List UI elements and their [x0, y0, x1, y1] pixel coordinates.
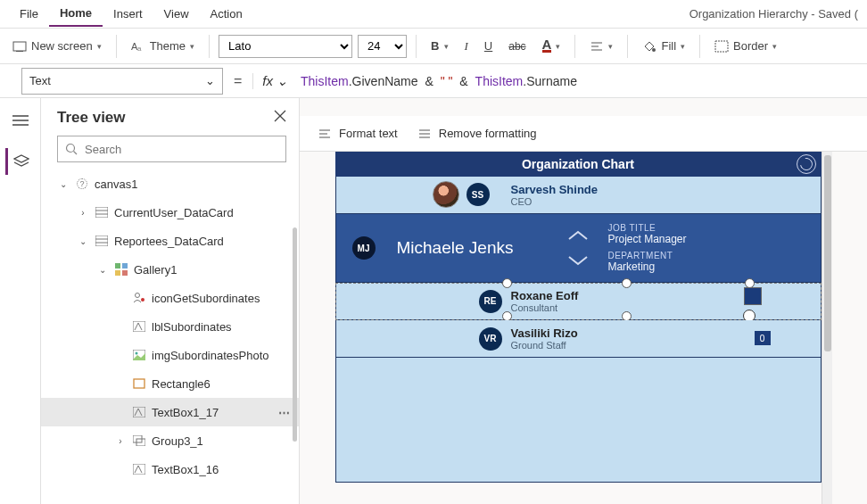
- new-screen-button[interactable]: New screen ▾: [7, 36, 107, 57]
- svg-rect-1: [16, 51, 23, 52]
- selection-handle[interactable]: [622, 278, 632, 288]
- remove-formatting-button[interactable]: Remove formatting: [417, 127, 537, 140]
- tree-node-gallery1[interactable]: ⌄ Gallery1: [41, 255, 299, 284]
- tree-search[interactable]: [57, 136, 286, 162]
- tree-view-button[interactable]: [5, 148, 32, 175]
- svg-rect-28: [133, 321, 145, 332]
- person-title: Consultant: [511, 302, 579, 313]
- underline-button[interactable]: U: [479, 36, 498, 56]
- chevron-up-icon[interactable]: [566, 229, 590, 242]
- font-color-icon: A: [542, 40, 552, 53]
- tree-scrollbar-thumb[interactable]: [293, 227, 297, 442]
- tree-node-group3-1[interactable]: › Group3_1: [41, 426, 299, 455]
- bold-icon: B: [431, 39, 439, 53]
- property-select[interactable]: Text ⌄: [21, 68, 223, 95]
- org-manager-row[interactable]: MJ Michaele Jenks JOB TITLE Project Mana…: [335, 214, 822, 283]
- svg-line-41: [138, 466, 142, 473]
- align-icon: [590, 39, 604, 54]
- document-title: Organization Hierarchy - Saved (: [689, 7, 858, 21]
- fill-button[interactable]: Fill ▾: [637, 36, 690, 57]
- strikethrough-button[interactable]: abc: [503, 37, 531, 56]
- tree-node-label: Gallery1: [134, 263, 177, 277]
- tree-list[interactable]: ⌄ ? canvas1 › CurrentUser_DataCard ⌄ Rep…: [41, 169, 299, 504]
- format-text-button[interactable]: Format text: [318, 127, 398, 140]
- fx-icon: fx: [262, 73, 273, 88]
- org-subordinate-row[interactable]: VR Vasiliki Rizo Ground Staff 0: [335, 320, 822, 358]
- font-color-button[interactable]: A ▾: [537, 37, 566, 56]
- refresh-icon[interactable]: [797, 154, 816, 174]
- theme-label: Theme: [150, 39, 186, 53]
- border-label: Border: [733, 39, 768, 53]
- chevron-down-icon[interactable]: [566, 254, 590, 267]
- chevron-down-icon: ▾: [681, 42, 685, 51]
- manager-name: Michaele Jenks: [397, 238, 514, 258]
- tree-node-icongetsubs[interactable]: iconGetSubordinates: [41, 284, 299, 312]
- left-rail: [0, 98, 41, 504]
- layers-icon: [13, 154, 29, 169]
- tree-search-input[interactable]: [85, 143, 278, 156]
- border-button[interactable]: Border ▾: [709, 36, 782, 57]
- format-text-label: Format text: [339, 127, 398, 140]
- collapse-icon[interactable]: ⌄: [77, 236, 89, 246]
- svg-rect-23: [122, 263, 128, 269]
- align-button[interactable]: ▾: [584, 36, 618, 57]
- gallery-icon: [114, 262, 128, 277]
- tree-node-rect6[interactable]: Rectangle6: [41, 369, 299, 398]
- svg-line-29: [135, 323, 138, 330]
- formula-input[interactable]: ThisItem.GivenName & " " & ThisItem.Surn…: [288, 74, 867, 88]
- avatar: [433, 181, 459, 208]
- close-tree-button[interactable]: [274, 110, 286, 126]
- selected-badge-box[interactable]: [744, 287, 762, 305]
- tree-node-lblsubs[interactable]: lblSubordinates: [41, 312, 299, 341]
- department-value: Marketing: [607, 260, 686, 273]
- menu-file[interactable]: File: [9, 2, 49, 26]
- tree-title: Tree view: [57, 109, 126, 127]
- expand-icon[interactable]: ›: [77, 208, 89, 218]
- selection-handle[interactable]: [502, 278, 512, 288]
- strike-icon: abc: [508, 40, 525, 53]
- menu-insert[interactable]: Insert: [103, 2, 153, 26]
- org-subordinate-row[interactable]: RE Roxane Eoff Consultant: [335, 283, 822, 320]
- label-icon: [132, 405, 146, 419]
- theme-button[interactable]: Aa Theme ▾: [126, 36, 200, 57]
- expand-icon[interactable]: ›: [114, 436, 127, 446]
- svg-rect-33: [134, 379, 144, 388]
- bold-button[interactable]: B▾: [425, 36, 453, 56]
- hamburger-button[interactable]: [7, 107, 34, 134]
- collapse-icon[interactable]: ⌄: [96, 265, 109, 275]
- more-icon[interactable]: ⋯: [278, 406, 292, 419]
- svg-line-35: [135, 409, 138, 416]
- canvas-scrollbar[interactable]: [822, 152, 832, 504]
- fx-button[interactable]: fx ⌄: [252, 73, 288, 89]
- person-name: Roxane Eoff: [511, 289, 579, 302]
- tree-node-imgsubs[interactable]: imgSubordinatesPhoto: [41, 341, 299, 369]
- svg-rect-0: [13, 42, 26, 51]
- nav-up-down[interactable]: [566, 229, 590, 267]
- menu-home[interactable]: Home: [49, 1, 103, 27]
- tree-node-reportees[interactable]: ⌄ Reportees_DataCard: [41, 227, 299, 255]
- gallery-empty-area[interactable]: [335, 358, 822, 483]
- tree-node-textbox1-16[interactable]: TextBox1_16: [41, 455, 299, 483]
- menu-view[interactable]: View: [153, 2, 200, 26]
- canvas-area: Format text Remove formatting Organizati…: [300, 98, 867, 504]
- tree-node-textbox1-17[interactable]: TextBox1_17 ⋯: [41, 398, 299, 426]
- font-size-select[interactable]: 24: [358, 35, 407, 58]
- svg-rect-19: [95, 235, 108, 246]
- close-icon: [274, 110, 286, 122]
- subordinate-count-badge: 0: [755, 331, 771, 345]
- tree-node-currentuser[interactable]: › CurrentUser_DataCard: [41, 198, 299, 227]
- svg-point-27: [141, 298, 144, 302]
- org-top-row[interactable]: SS Sarvesh Shinde CEO: [335, 177, 822, 214]
- scrollbar-thumb[interactable]: [824, 155, 831, 351]
- menu-action[interactable]: Action: [200, 2, 253, 26]
- collapse-icon[interactable]: ⌄: [57, 179, 70, 189]
- context-toolbar: Format text Remove formatting: [300, 116, 867, 152]
- border-icon: [714, 39, 729, 54]
- italic-button[interactable]: I: [459, 36, 474, 57]
- tree-node-canvas1[interactable]: ⌄ ? canvas1: [41, 169, 299, 198]
- chevron-down-icon: ⌄: [277, 73, 288, 89]
- app-preview[interactable]: Organization Chart SS Sarvesh Shinde CEO: [335, 152, 822, 504]
- fill-label: Fill: [661, 39, 676, 53]
- font-family-select[interactable]: Lato: [219, 35, 352, 58]
- svg-line-15: [74, 152, 78, 155]
